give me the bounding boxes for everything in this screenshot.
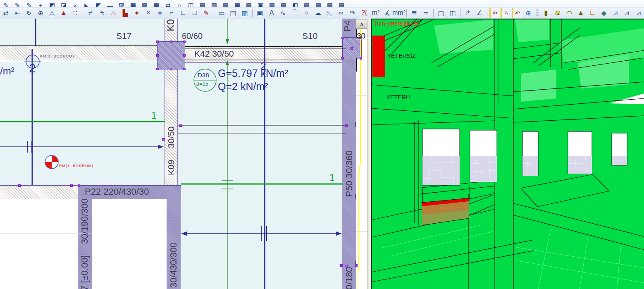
chart-2-icon[interactable]: ⊿ bbox=[622, 8, 632, 18]
spline-icon[interactable]: ∾ bbox=[336, 8, 346, 18]
image-icon[interactable]: ▣ bbox=[255, 8, 265, 18]
stretch-icon[interactable]: ⇤ bbox=[12, 8, 23, 18]
grip-handle[interactable] bbox=[340, 264, 343, 267]
scroll-up-button[interactable]: ∧ bbox=[356, 19, 367, 29]
sheet-tool-6-icon[interactable]: ▣ bbox=[255, 0, 266, 7]
move-icon[interactable]: ⇄ bbox=[0, 8, 11, 18]
revision-cloud-icon[interactable]: ☁ bbox=[312, 8, 323, 18]
mirror-icon[interactable]: ◬ bbox=[47, 8, 57, 18]
report-tool-2-icon[interactable]: ▤ bbox=[324, 0, 335, 7]
sheet-tool-3-icon[interactable]: ▤ bbox=[220, 0, 231, 7]
grip-handle[interactable] bbox=[341, 57, 344, 60]
level-b-icon[interactable]: ≃ bbox=[420, 8, 431, 18]
view3d-canvas[interactable]: Tüm yetersizlikler YETERSİZ YETERLİ bbox=[371, 19, 644, 289]
array-icon[interactable]: ∷ bbox=[70, 8, 81, 18]
rotate-copy-icon[interactable]: ↷ bbox=[347, 8, 358, 18]
column-icon[interactable]: ▮ bbox=[541, 8, 551, 18]
grip-handle[interactable] bbox=[179, 124, 182, 127]
break-icon[interactable]: ✶ bbox=[131, 8, 142, 18]
corner-slab-icon[interactable]: ∟ bbox=[587, 8, 598, 18]
units-mm2-icon[interactable]: mm² bbox=[394, 8, 404, 18]
grip-handle[interactable] bbox=[18, 184, 21, 187]
intersect-icon[interactable]: × bbox=[143, 8, 154, 18]
coord-z-icon[interactable]: Z, bbox=[501, 8, 511, 18]
sheet-tool-7-icon[interactable]: ▤ bbox=[267, 0, 277, 7]
sheet-tool-9-icon[interactable]: ◧ bbox=[290, 0, 301, 7]
edit-tool-2-icon[interactable]: ✎ bbox=[12, 0, 23, 7]
rotate-icon[interactable]: ↻ bbox=[24, 8, 34, 18]
coord-3p-icon[interactable]: 3P bbox=[512, 8, 522, 18]
text-icon[interactable]: A bbox=[266, 8, 277, 18]
line-tool-icon[interactable]: — bbox=[105, 0, 115, 7]
set-square-icon[interactable]: ◺ bbox=[324, 8, 335, 18]
mirror-line-icon[interactable]: ▲ bbox=[58, 8, 69, 18]
grip-handle[interactable] bbox=[360, 57, 362, 60]
extend-icon[interactable]: ⍀ bbox=[97, 8, 107, 18]
area-m2-icon[interactable]: m² bbox=[370, 8, 381, 18]
chamfer-icon[interactable]: ∟ bbox=[178, 8, 188, 18]
trim-icon[interactable]: ⌿ bbox=[85, 8, 96, 18]
grip-handle[interactable] bbox=[351, 47, 353, 50]
polyline-icon[interactable]: ∿ bbox=[278, 8, 289, 18]
spray-icon[interactable]: ✎ bbox=[201, 8, 212, 18]
table-tool-2-icon[interactable]: ▤ bbox=[139, 0, 150, 7]
ucs-icon[interactable]: ↱ bbox=[463, 8, 473, 18]
table-tool-3-icon[interactable]: ▦ bbox=[151, 0, 162, 7]
layout-tool-icon[interactable]: ◫ bbox=[186, 0, 196, 7]
copy-tool-icon[interactable]: ◩ bbox=[47, 0, 57, 7]
grip-handle[interactable] bbox=[183, 54, 186, 57]
select-box-icon[interactable]: □ bbox=[189, 8, 200, 18]
hatch-tool-icon[interactable]: ▨ bbox=[116, 0, 127, 7]
grip-handle[interactable] bbox=[345, 124, 348, 127]
paste-tool-icon[interactable]: ◪ bbox=[58, 0, 69, 7]
stamp-icon[interactable]: ♨ bbox=[108, 8, 119, 18]
grip-handle[interactable] bbox=[78, 184, 80, 187]
coord-ref-icon[interactable]: ⊕ bbox=[523, 8, 534, 18]
grip-handle[interactable] bbox=[341, 37, 344, 39]
sheet-tool-8-icon[interactable]: ▤ bbox=[278, 0, 289, 7]
query-icon[interactable]: ?{ bbox=[359, 8, 370, 18]
stair-icon[interactable]: ≋ bbox=[552, 8, 563, 18]
sheet-tool-4-icon[interactable]: ▦ bbox=[232, 0, 243, 7]
grip-handle[interactable] bbox=[156, 41, 159, 43]
coord-xy-icon[interactable]: XY bbox=[489, 8, 500, 18]
grip-handle[interactable] bbox=[183, 68, 186, 70]
edit-tool-1-icon[interactable]: ✎ bbox=[0, 0, 11, 7]
chart-1-icon[interactable]: ⊿ bbox=[610, 8, 621, 18]
add-tool-icon[interactable]: ＋ bbox=[35, 0, 46, 7]
grip-handle[interactable] bbox=[162, 138, 165, 141]
sheet-tool-5-icon[interactable]: ▤ bbox=[243, 0, 254, 7]
angle-icon[interactable]: ∡ bbox=[382, 8, 393, 18]
grip-handle[interactable] bbox=[170, 41, 172, 43]
grip-handle[interactable] bbox=[70, 184, 73, 187]
swap-tool-icon[interactable]: ⇄ bbox=[162, 0, 173, 7]
plan-canvas[interactable]: K0 S17 60/60 S10 P4 30 K42 30/50 KM(1. B… bbox=[0, 19, 367, 289]
sheet-tool-1-icon[interactable]: ▤ bbox=[197, 0, 208, 7]
report-tool-3-icon[interactable]: ▤ bbox=[336, 0, 347, 7]
dome-icon[interactable]: ◠ bbox=[564, 8, 575, 18]
door-panel-icon[interactable]: ▤ bbox=[228, 8, 239, 18]
new-sheet-icon[interactable]: ▢ bbox=[436, 8, 446, 18]
polygon-slab-icon[interactable]: ◆ bbox=[599, 8, 609, 18]
sheet-tool-2-icon[interactable]: ▥ bbox=[209, 0, 219, 7]
grip-handle[interactable] bbox=[355, 264, 358, 267]
chart-3-icon[interactable]: ⊿ bbox=[633, 8, 644, 18]
grip-handle[interactable] bbox=[170, 68, 172, 70]
snap-point-icon[interactable]: ∗ bbox=[155, 8, 165, 18]
home-tool-icon[interactable]: ⌂ bbox=[174, 0, 185, 7]
corner-tool-icon[interactable]: ◣ bbox=[81, 0, 92, 7]
arc-icon[interactable]: ⌒ bbox=[289, 8, 300, 18]
grid-icon[interactable]: ▦ bbox=[239, 8, 250, 18]
window-layout-icon[interactable]: ◫ bbox=[447, 8, 458, 18]
rotate-node-icon[interactable]: ⊕ bbox=[35, 8, 46, 18]
grip-handle[interactable] bbox=[156, 68, 159, 70]
grip-handle[interactable] bbox=[156, 54, 159, 57]
report-tool-1-icon[interactable]: ▤ bbox=[313, 0, 324, 7]
circle-icon[interactable]: ○ bbox=[301, 8, 312, 18]
erase-tool-icon[interactable]: ◤ bbox=[93, 0, 104, 7]
fence-icon[interactable]: ▭ bbox=[216, 8, 227, 18]
table-tool-1-icon[interactable]: ▦ bbox=[128, 0, 138, 7]
edit-tool-3-icon[interactable]: ✎ bbox=[24, 0, 34, 7]
mast-icon[interactable]: ▲ bbox=[575, 8, 586, 18]
fillet-icon[interactable]: ⌐ bbox=[166, 8, 177, 18]
